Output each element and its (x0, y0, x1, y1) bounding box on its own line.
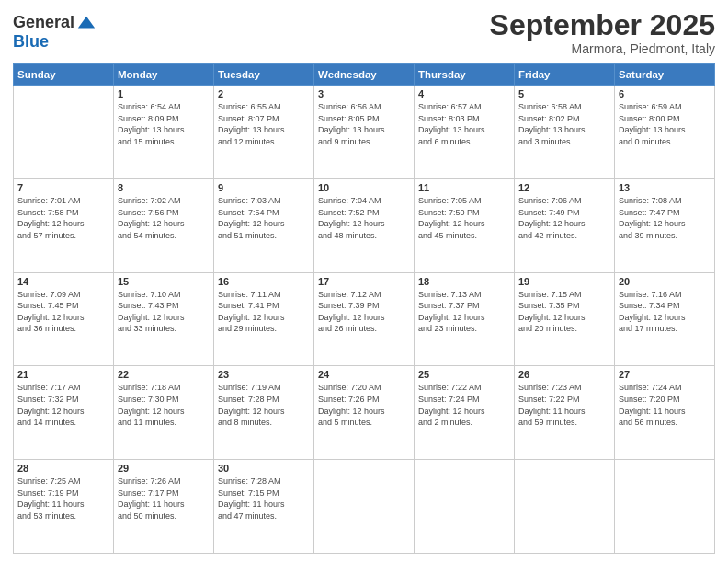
calendar-week-row: 7Sunrise: 7:01 AMSunset: 7:58 PMDaylight… (14, 178, 715, 272)
table-row: 28Sunrise: 7:25 AMSunset: 7:19 PMDayligh… (14, 460, 114, 554)
day-number: 28 (17, 463, 109, 474)
cell-text: Sunrise: 7:05 AMSunset: 7:50 PMDaylight:… (418, 195, 510, 241)
table-row: 3Sunrise: 6:56 AMSunset: 8:05 PMDaylight… (314, 86, 415, 179)
logo-general: General (13, 14, 74, 32)
table-row: 12Sunrise: 7:06 AMSunset: 7:49 PMDayligh… (515, 178, 615, 272)
table-row: 2Sunrise: 6:55 AMSunset: 8:07 PMDaylight… (214, 86, 314, 179)
day-number: 9 (218, 182, 310, 193)
cell-text: Sunrise: 6:58 AMSunset: 8:02 PMDaylight:… (518, 101, 610, 147)
cell-text: Sunrise: 7:08 AMSunset: 7:47 PMDaylight:… (619, 195, 711, 241)
table-row: 29Sunrise: 7:26 AMSunset: 7:17 PMDayligh… (114, 460, 214, 554)
cell-text: Sunrise: 7:12 AMSunset: 7:39 PMDaylight:… (318, 289, 410, 335)
day-number: 1 (118, 88, 210, 99)
day-number: 17 (318, 276, 410, 287)
header-wednesday: Wednesday (314, 64, 415, 86)
cell-text: Sunrise: 6:57 AMSunset: 8:03 PMDaylight:… (418, 101, 510, 147)
day-number: 29 (118, 463, 210, 474)
logo-blue: Blue (13, 33, 97, 52)
day-number: 6 (619, 88, 711, 99)
header: General Blue September 2025 Marmora, Pie… (13, 9, 715, 56)
cell-text: Sunrise: 7:26 AMSunset: 7:17 PMDaylight:… (118, 476, 210, 522)
table-row: 1Sunrise: 6:54 AMSunset: 8:09 PMDaylight… (114, 86, 214, 179)
day-number: 4 (418, 88, 510, 99)
page: General Blue September 2025 Marmora, Pie… (0, 0, 728, 563)
table-row: 7Sunrise: 7:01 AMSunset: 7:58 PMDaylight… (14, 178, 114, 272)
table-row: 8Sunrise: 7:02 AMSunset: 7:56 PMDaylight… (114, 178, 214, 272)
calendar-week-row: 14Sunrise: 7:09 AMSunset: 7:45 PMDayligh… (14, 272, 715, 366)
title-block: September 2025 Marmora, Piedmont, Italy (490, 9, 715, 56)
table-row: 18Sunrise: 7:13 AMSunset: 7:37 PMDayligh… (415, 272, 515, 366)
day-number: 25 (418, 369, 510, 380)
cell-text: Sunrise: 7:16 AMSunset: 7:34 PMDaylight:… (619, 289, 711, 335)
table-row: 11Sunrise: 7:05 AMSunset: 7:50 PMDayligh… (415, 178, 515, 272)
cell-text: Sunrise: 7:01 AMSunset: 7:58 PMDaylight:… (17, 195, 109, 241)
header-sunday: Sunday (14, 64, 114, 86)
header-friday: Friday (515, 64, 615, 86)
day-number: 8 (118, 182, 210, 193)
table-row: 5Sunrise: 6:58 AMSunset: 8:02 PMDaylight… (515, 86, 615, 179)
day-number: 18 (418, 276, 510, 287)
cell-text: Sunrise: 7:19 AMSunset: 7:28 PMDaylight:… (218, 382, 310, 428)
table-row (14, 86, 114, 179)
day-number: 12 (518, 182, 610, 193)
cell-text: Sunrise: 7:18 AMSunset: 7:30 PMDaylight:… (118, 382, 210, 428)
cell-text: Sunrise: 7:13 AMSunset: 7:37 PMDaylight:… (418, 289, 510, 335)
table-row: 21Sunrise: 7:17 AMSunset: 7:32 PMDayligh… (14, 366, 114, 460)
calendar-week-row: 21Sunrise: 7:17 AMSunset: 7:32 PMDayligh… (14, 366, 715, 460)
day-number: 11 (418, 182, 510, 193)
table-row: 16Sunrise: 7:11 AMSunset: 7:41 PMDayligh… (214, 272, 314, 366)
location-subtitle: Marmora, Piedmont, Italy (490, 41, 715, 56)
day-number: 3 (318, 88, 410, 99)
day-number: 5 (518, 88, 610, 99)
day-number: 26 (518, 369, 610, 380)
table-row (415, 460, 515, 554)
day-number: 27 (619, 369, 711, 380)
table-row: 4Sunrise: 6:57 AMSunset: 8:03 PMDaylight… (415, 86, 515, 179)
table-row: 22Sunrise: 7:18 AMSunset: 7:30 PMDayligh… (114, 366, 214, 460)
logo-icon (76, 13, 97, 33)
table-row: 9Sunrise: 7:03 AMSunset: 7:54 PMDaylight… (214, 178, 314, 272)
cell-text: Sunrise: 7:04 AMSunset: 7:52 PMDaylight:… (318, 195, 410, 241)
header-thursday: Thursday (415, 64, 515, 86)
cell-text: Sunrise: 7:17 AMSunset: 7:32 PMDaylight:… (17, 382, 109, 428)
cell-text: Sunrise: 7:11 AMSunset: 7:41 PMDaylight:… (218, 289, 310, 335)
header-tuesday: Tuesday (214, 64, 314, 86)
cell-text: Sunrise: 6:54 AMSunset: 8:09 PMDaylight:… (118, 101, 210, 147)
day-number: 16 (218, 276, 310, 287)
table-row: 30Sunrise: 7:28 AMSunset: 7:15 PMDayligh… (214, 460, 314, 554)
table-row: 20Sunrise: 7:16 AMSunset: 7:34 PMDayligh… (615, 272, 715, 366)
table-row: 24Sunrise: 7:20 AMSunset: 7:26 PMDayligh… (314, 366, 415, 460)
cell-text: Sunrise: 7:15 AMSunset: 7:35 PMDaylight:… (518, 289, 610, 335)
table-row: 10Sunrise: 7:04 AMSunset: 7:52 PMDayligh… (314, 178, 415, 272)
day-number: 13 (619, 182, 711, 193)
table-row: 13Sunrise: 7:08 AMSunset: 7:47 PMDayligh… (615, 178, 715, 272)
cell-text: Sunrise: 7:09 AMSunset: 7:45 PMDaylight:… (17, 289, 109, 335)
cell-text: Sunrise: 7:03 AMSunset: 7:54 PMDaylight:… (218, 195, 310, 241)
calendar-week-row: 1Sunrise: 6:54 AMSunset: 8:09 PMDaylight… (14, 86, 715, 179)
cell-text: Sunrise: 7:02 AMSunset: 7:56 PMDaylight:… (118, 195, 210, 241)
table-row: 23Sunrise: 7:19 AMSunset: 7:28 PMDayligh… (214, 366, 314, 460)
header-saturday: Saturday (615, 64, 715, 86)
day-number: 30 (218, 463, 310, 474)
table-row: 26Sunrise: 7:23 AMSunset: 7:22 PMDayligh… (515, 366, 615, 460)
table-row: 15Sunrise: 7:10 AMSunset: 7:43 PMDayligh… (114, 272, 214, 366)
cell-text: Sunrise: 7:23 AMSunset: 7:22 PMDaylight:… (518, 382, 610, 428)
day-number: 2 (218, 88, 310, 99)
cell-text: Sunrise: 7:20 AMSunset: 7:26 PMDaylight:… (318, 382, 410, 428)
table-row (314, 460, 415, 554)
table-row: 14Sunrise: 7:09 AMSunset: 7:45 PMDayligh… (14, 272, 114, 366)
table-row: 19Sunrise: 7:15 AMSunset: 7:35 PMDayligh… (515, 272, 615, 366)
day-number: 20 (619, 276, 711, 287)
table-row: 17Sunrise: 7:12 AMSunset: 7:39 PMDayligh… (314, 272, 415, 366)
table-row: 25Sunrise: 7:22 AMSunset: 7:24 PMDayligh… (415, 366, 515, 460)
day-number: 19 (518, 276, 610, 287)
table-row: 6Sunrise: 6:59 AMSunset: 8:00 PMDaylight… (615, 86, 715, 179)
day-number: 15 (118, 276, 210, 287)
calendar-week-row: 28Sunrise: 7:25 AMSunset: 7:19 PMDayligh… (14, 460, 715, 554)
day-number: 23 (218, 369, 310, 380)
day-number: 10 (318, 182, 410, 193)
month-title: September 2025 (490, 9, 715, 41)
table-row (515, 460, 615, 554)
day-number: 24 (318, 369, 410, 380)
day-number: 7 (17, 182, 109, 193)
